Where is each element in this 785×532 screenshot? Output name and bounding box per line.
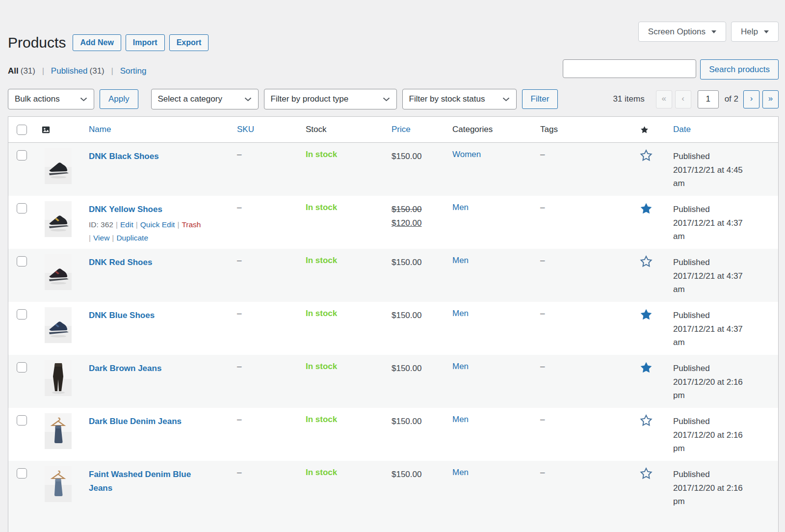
product-sku: – xyxy=(232,461,301,532)
import-button[interactable]: Import xyxy=(126,34,165,51)
current-page-input[interactable] xyxy=(698,90,719,108)
stock-status: In stock xyxy=(306,362,337,371)
product-sku: – xyxy=(232,355,301,408)
table-row: DNK Blue Shoes – In stock $150.00 Men – … xyxy=(8,302,778,355)
product-thumbnail[interactable] xyxy=(45,148,72,184)
trash-link[interactable]: Trash xyxy=(182,220,201,229)
quick-edit-link[interactable]: Quick Edit xyxy=(140,220,175,229)
product-sku: – xyxy=(232,196,301,249)
row-checkbox[interactable] xyxy=(17,362,27,372)
featured-star-filled-icon[interactable] xyxy=(640,308,653,323)
row-checkbox[interactable] xyxy=(17,309,27,319)
product-price: $150.00 $120.00 xyxy=(387,196,447,249)
last-page-button[interactable]: » xyxy=(762,90,779,108)
product-sku: – xyxy=(232,408,301,461)
featured-column-star-icon[interactable] xyxy=(640,126,649,134)
row-checkbox[interactable] xyxy=(17,468,27,479)
row-checkbox[interactable] xyxy=(17,415,27,426)
product-tags: – xyxy=(535,249,633,302)
product-date: Published 2017/12/20 at 2:16 pm xyxy=(668,355,757,408)
product-name-link[interactable]: DNK Yellow Shoes xyxy=(89,205,162,214)
view-published-link[interactable]: Published xyxy=(51,66,88,76)
product-date: Published 2017/12/21 at 4:45 am xyxy=(668,143,757,196)
view-link[interactable]: View xyxy=(93,234,109,242)
category-link[interactable]: Men xyxy=(452,309,469,318)
title-row: Products Add New Import Export xyxy=(8,34,779,51)
product-tags: – xyxy=(535,355,633,408)
product-price: $150.00 xyxy=(387,461,447,532)
product-thumbnail[interactable] xyxy=(45,254,72,290)
next-page-button[interactable]: › xyxy=(743,90,759,108)
view-all-link[interactable]: All xyxy=(8,66,19,76)
product-thumbnail[interactable] xyxy=(45,466,72,502)
add-new-button[interactable]: Add New xyxy=(73,34,121,51)
product-thumbnail[interactable] xyxy=(45,307,72,343)
category-filter-select[interactable]: Select a category xyxy=(151,89,259,109)
separator: | xyxy=(111,66,113,76)
column-header-date[interactable]: Date xyxy=(668,117,757,142)
product-name-link[interactable]: Faint Washed Denim Blue Jeans xyxy=(89,470,191,493)
edit-link[interactable]: Edit xyxy=(120,220,133,229)
stock-status-filter-select[interactable]: Filter by stock status xyxy=(402,89,517,109)
product-name-link[interactable]: DNK Red Shoes xyxy=(89,258,152,267)
category-link[interactable]: Men xyxy=(452,468,469,477)
category-link[interactable]: Men xyxy=(452,203,469,212)
product-price: $150.00 xyxy=(387,143,447,196)
product-name-link[interactable]: DNK Blue Shoes xyxy=(89,311,155,320)
duplicate-link[interactable]: Duplicate xyxy=(116,234,148,242)
bulk-actions-select[interactable]: Bulk actions xyxy=(8,89,94,109)
table-row: Dark Blue Denim Jeans – In stock $150.00… xyxy=(8,408,778,461)
category-link[interactable]: Men xyxy=(452,256,469,265)
category-link[interactable]: Women xyxy=(452,150,481,159)
featured-star-empty-icon[interactable] xyxy=(640,414,653,429)
filter-button[interactable]: Filter xyxy=(522,89,558,109)
product-name-link[interactable]: Dark Brown Jeans xyxy=(89,364,161,373)
search-products-button[interactable]: Search products xyxy=(700,59,779,80)
column-header-tags: Tags xyxy=(535,117,633,142)
product-name-link[interactable]: DNK Black Shoes xyxy=(89,152,159,161)
chevron-down-icon xyxy=(383,97,390,102)
column-header-price[interactable]: Price xyxy=(387,117,447,142)
regular-price: $150.00 xyxy=(392,203,443,216)
row-checkbox[interactable] xyxy=(17,256,27,266)
toolbar-row: Bulk actions Apply Select a category Fil… xyxy=(8,89,779,109)
featured-star-filled-icon[interactable] xyxy=(640,361,653,376)
category-link[interactable]: Men xyxy=(452,415,469,424)
row-checkbox[interactable] xyxy=(17,150,27,160)
product-price: $150.00 xyxy=(387,408,447,461)
select-all-checkbox[interactable] xyxy=(17,125,27,135)
row-checkbox[interactable] xyxy=(17,203,27,213)
apply-button[interactable]: Apply xyxy=(100,89,138,109)
export-button[interactable]: Export xyxy=(169,34,209,51)
search-input[interactable] xyxy=(563,59,696,78)
category-link[interactable]: Men xyxy=(452,362,469,371)
product-thumbnail[interactable] xyxy=(45,201,72,237)
product-sku: – xyxy=(232,302,301,355)
image-column-icon xyxy=(41,125,51,134)
stock-status: In stock xyxy=(306,256,337,265)
product-date: Published 2017/12/21 at 4:37 am xyxy=(668,302,757,355)
chevron-down-icon xyxy=(764,30,769,33)
featured-star-empty-icon[interactable] xyxy=(640,255,653,270)
column-header-sku[interactable]: SKU xyxy=(232,117,301,142)
view-all-count: (31) xyxy=(21,66,35,76)
product-price: $150.00 xyxy=(387,355,447,408)
search-group: Search products xyxy=(563,59,779,80)
product-name-link[interactable]: Dark Blue Denim Jeans xyxy=(89,417,182,426)
view-published-count: (31) xyxy=(90,66,105,76)
product-thumbnail[interactable] xyxy=(45,413,72,449)
product-thumbnail[interactable] xyxy=(45,360,72,396)
product-type-filter-select[interactable]: Filter by product type xyxy=(264,89,397,109)
featured-star-empty-icon[interactable] xyxy=(640,149,653,164)
column-header-name[interactable]: Name xyxy=(84,117,232,142)
featured-star-empty-icon[interactable] xyxy=(640,467,653,482)
separator: | xyxy=(42,66,44,76)
column-header-stock: Stock xyxy=(301,117,387,142)
stock-status: In stock xyxy=(306,309,337,318)
view-sorting-link[interactable]: Sorting xyxy=(120,66,147,76)
table-header-row: Name SKU Stock Price Categories Tags Dat… xyxy=(8,117,778,143)
total-pages-label: of 2 xyxy=(725,94,738,104)
product-type-filter-label: Filter by product type xyxy=(271,94,349,104)
featured-star-filled-icon[interactable] xyxy=(640,202,653,217)
row-id: ID: 362 xyxy=(89,220,113,229)
